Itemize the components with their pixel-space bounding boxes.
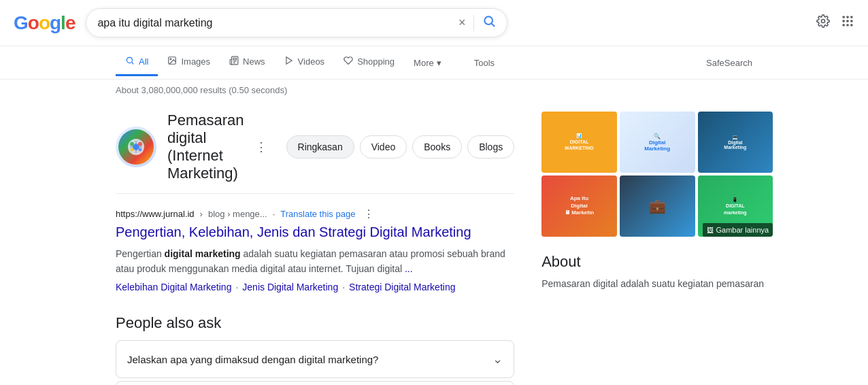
result-more-icon[interactable]: ⋮ — [363, 207, 374, 220]
tools-button[interactable]: Tools — [465, 51, 504, 75]
svg-rect-11 — [850, 24, 852, 26]
tab-news-label: News — [243, 56, 265, 67]
knowledge-more-icon[interactable]: ⋮ — [255, 139, 267, 154]
knowledge-tab-books[interactable]: Books — [412, 135, 462, 158]
paa-question-2[interactable]: Apa saja contoh digital marketing? ⌄ — [116, 382, 514, 385]
paa-item-1: Jelaskan apa yang dimaksud dengan digita… — [116, 340, 514, 378]
search-bar[interactable]: × — [86, 8, 507, 37]
result-link-1[interactable]: Kelebihan Digital Marketing — [116, 282, 231, 292]
apps-icon[interactable] — [841, 14, 854, 31]
svg-rect-6 — [843, 20, 845, 22]
image-thumb-2[interactable]: 🔍DigitalMarketing — [620, 112, 695, 173]
header: Google × — [0, 0, 868, 46]
search-icon[interactable] — [482, 14, 496, 31]
left-panel: Pemasaran digital (Internet Marketing) ⋮… — [116, 101, 514, 385]
result-title[interactable]: Pengertian, Kelebihan, Jenis dan Strateg… — [116, 223, 514, 241]
result-url: https://www.jurnal.id › blog › menge... … — [116, 207, 514, 220]
svg-rect-5 — [850, 16, 852, 18]
paa-chevron-1: ⌄ — [493, 352, 503, 367]
snippet-before: Pengertian — [116, 248, 165, 259]
svg-point-20 — [138, 142, 142, 146]
paa-title: People also ask — [116, 314, 514, 332]
search-divider — [473, 15, 474, 31]
header-right — [816, 14, 854, 31]
clear-icon[interactable]: × — [458, 16, 466, 30]
svg-marker-16 — [286, 57, 292, 65]
knowledge-tab-blogs[interactable]: Blogs — [467, 135, 514, 158]
google-logo: Google — [14, 12, 75, 34]
knowledge-tab-video[interactable]: Video — [360, 135, 407, 158]
paa-item-2: Apa saja contoh digital marketing? ⌄ — [116, 381, 514, 385]
svg-point-2 — [822, 20, 825, 23]
right-panel: 📊 DIGITALMARKETING 🔍DigitalMarketing 💻Di… — [541, 101, 773, 385]
svg-point-21 — [131, 148, 134, 152]
main-content: Pemasaran digital (Internet Marketing) ⋮… — [0, 101, 868, 385]
result-link-2[interactable]: Jenis Digital Marketing — [242, 282, 338, 292]
result-snippet: Pengertian digital marketing adalah suat… — [116, 246, 514, 276]
svg-rect-9 — [843, 24, 845, 26]
more-chevron-icon: ▾ — [437, 58, 441, 68]
news-icon — [229, 56, 239, 67]
tab-shopping-label: Shopping — [357, 56, 395, 67]
search-result: https://www.jurnal.id › blog › menge... … — [116, 194, 514, 303]
knowledge-icon-inner — [118, 129, 154, 165]
more-images-overlay[interactable]: 🖼 Gambar lainnya — [703, 223, 773, 237]
images-icon — [167, 56, 177, 67]
gear-icon[interactable] — [816, 14, 830, 31]
about-text: Pemasaran digital adalah suatu kegiatan … — [541, 276, 773, 291]
tab-videos[interactable]: Videos — [275, 49, 335, 76]
about-title: About — [541, 253, 773, 271]
result-url-base: https://www.jurnal.id — [116, 209, 195, 219]
result-link-3[interactable]: Strategi Digital Marketing — [349, 282, 455, 292]
image-thumb-3[interactable]: 💻DigitalMarketing — [698, 112, 773, 173]
svg-point-15 — [171, 58, 172, 60]
safesearch-label: SafeSearch — [706, 58, 752, 68]
svg-rect-24 — [130, 146, 142, 148]
tools-label: Tools — [474, 58, 495, 68]
image-thumb-5[interactable]: 💼 — [620, 175, 695, 237]
knowledge-tabs: Ringkasan Video Books Blogs — [286, 135, 515, 158]
image-thumb-1[interactable]: 📊 DIGITALMARKETING — [541, 112, 617, 173]
tab-images-label: Images — [181, 56, 210, 67]
snippet-bold: digital marketing — [165, 248, 241, 259]
svg-rect-10 — [846, 24, 848, 26]
tab-all-label: All — [139, 56, 148, 67]
svg-rect-4 — [846, 16, 848, 18]
knowledge-icon — [116, 127, 156, 167]
images-grid: 📊 DIGITALMARKETING 🔍DigitalMarketing 💻Di… — [541, 112, 773, 237]
svg-rect-3 — [843, 16, 845, 18]
result-url-path-text: blog › menge... — [208, 209, 267, 219]
paa-question-1-text: Jelaskan apa yang dimaksud dengan digita… — [127, 354, 378, 365]
tab-videos-label: Videos — [298, 56, 325, 67]
search-input[interactable] — [97, 17, 452, 29]
paa-section: People also ask Jelaskan apa yang dimaks… — [116, 303, 514, 385]
svg-rect-8 — [850, 20, 852, 22]
snippet-more[interactable]: ... — [405, 263, 413, 274]
results-count: About 3,080,000,000 results (0.50 second… — [0, 80, 868, 101]
image-thumb-6[interactable]: 📱DIGITALmarketing 🖼 Gambar lainnya — [698, 175, 773, 237]
translate-link[interactable]: Translate this page — [280, 209, 355, 219]
svg-point-19 — [130, 142, 134, 146]
tab-news[interactable]: News — [220, 49, 275, 76]
knowledge-title: Pemasaran digital (Internet Marketing) — [167, 112, 244, 182]
svg-rect-7 — [846, 20, 848, 22]
result-links: Kelebihan Digital Marketing · Jenis Digi… — [116, 282, 514, 292]
more-button[interactable]: More ▾ — [404, 51, 451, 75]
svg-point-12 — [127, 57, 132, 63]
all-icon — [125, 56, 135, 67]
knowledge-header: Pemasaran digital (Internet Marketing) ⋮… — [116, 101, 514, 194]
tab-images[interactable]: Images — [158, 49, 220, 76]
image-thumb-4[interactable]: Apa ItuDigital🖥 Marketin — [541, 175, 617, 237]
result-url-path: › — [200, 209, 203, 219]
videos-icon — [284, 56, 294, 67]
tab-shopping[interactable]: Shopping — [334, 49, 404, 76]
paa-question-1[interactable]: Jelaskan apa yang dimaksud dengan digita… — [116, 341, 514, 378]
nav-tabs: All Images News Videos Shopping More ▾ T… — [0, 46, 868, 80]
knowledge-tab-ringkasan[interactable]: Ringkasan — [286, 135, 354, 158]
svg-point-22 — [139, 148, 142, 152]
svg-line-1 — [492, 24, 495, 27]
more-label: More — [414, 58, 434, 68]
svg-line-13 — [132, 63, 134, 65]
shopping-icon — [344, 56, 353, 67]
tab-all[interactable]: All — [116, 49, 158, 76]
